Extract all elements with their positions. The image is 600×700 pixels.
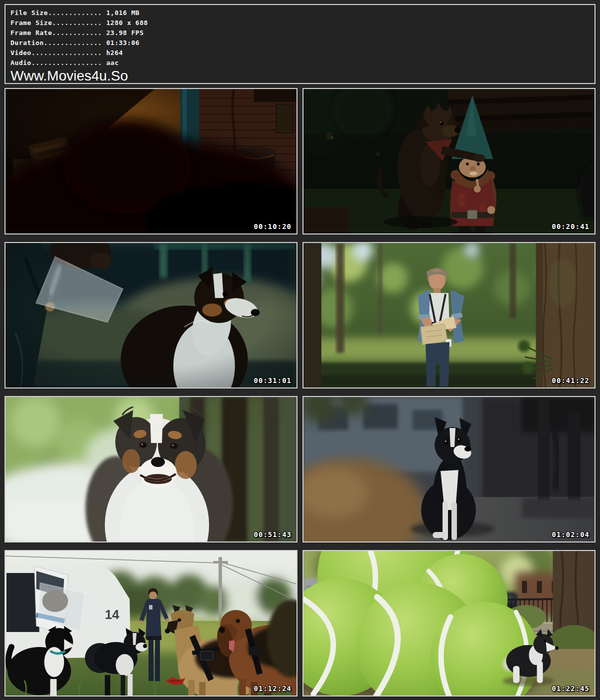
info-line-file-size: File Size............. 1,016 MB [10, 8, 590, 18]
screenshot-4: 00:41:22 [302, 242, 596, 388]
timestamp: 00:41:22 [552, 376, 590, 384]
screenshot-2: 00:20:41 [302, 88, 596, 234]
k9-harness-patch [200, 651, 213, 660]
watermark-text: Www.Movies4u.So [10, 68, 590, 83]
scene-aussie-portrait [6, 397, 296, 542]
info-line-frame-rate: Frame Rate............ 23.98 FPS [10, 28, 590, 38]
scene-barn-teal [6, 243, 296, 388]
scene-boston-terrier [304, 397, 594, 542]
timestamp: 01:22:45 [552, 684, 590, 692]
info-line-frame-size: Frame Size............ 1280 x 688 [10, 18, 590, 28]
electrical-box [276, 104, 293, 133]
screenshot-5: 00:51:43 [4, 396, 298, 542]
media-info-box: File Size............. 1,016 MB Frame Si… [4, 4, 596, 84]
timestamp: 01:02:04 [552, 530, 590, 538]
screenshot-3: 00:31:01 [4, 242, 298, 388]
scene-tennis-balls [304, 551, 594, 696]
screenshot-7: 14 [4, 550, 298, 696]
scene-k9-yard: 14 [6, 551, 296, 696]
timestamp: 00:31:01 [254, 376, 292, 384]
screenshot-grid: 00:10:20 [4, 88, 596, 696]
screenshot-collage-page: File Size............. 1,016 MB Frame Si… [0, 0, 600, 700]
screenshot-8: 01:22:45 [302, 550, 596, 696]
info-line-duration: Duration.............. 01:33:06 [10, 38, 590, 48]
timestamp: 00:20:41 [552, 222, 590, 230]
scene-pine-forest-man [304, 243, 594, 388]
info-line-video: Video................. h264 [10, 48, 590, 58]
timestamp: 00:10:20 [254, 222, 292, 230]
timestamp: 00:51:43 [254, 530, 292, 538]
utility-pole [218, 557, 222, 622]
tree-trunk [304, 243, 322, 388]
screenshot-6: 01:02:04 [302, 396, 596, 542]
van-number-text: 14 [105, 608, 120, 622]
scene-gnome-night [304, 89, 594, 234]
timestamp: 01:12:24 [254, 684, 292, 692]
scene-night-alley [6, 89, 296, 234]
screenshot-1: 00:10:20 [4, 88, 298, 234]
info-line-audio: Audio................. aac [10, 58, 590, 68]
